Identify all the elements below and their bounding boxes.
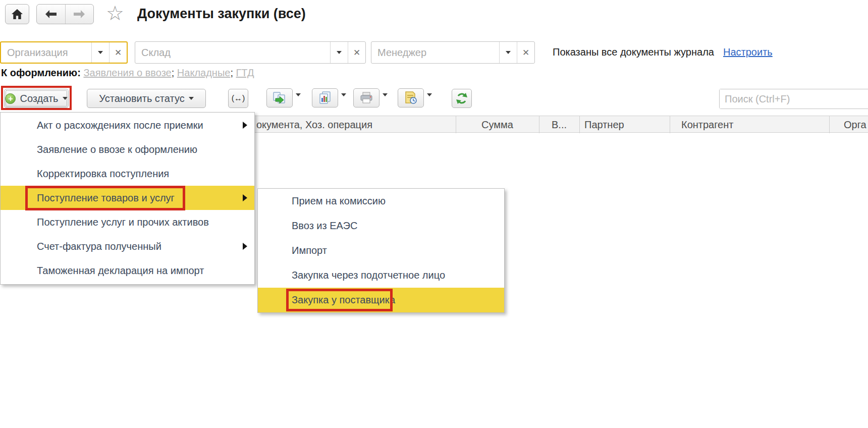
warehouse-filter-field: ✕ <box>135 41 366 64</box>
close-icon: ✕ <box>115 47 122 58</box>
menu-item-label: Импорт <box>292 245 327 256</box>
submenu-item-purchase-from-supplier[interactable]: Закупка у поставщика <box>258 288 504 312</box>
set-status-label: Установить статус <box>99 93 184 104</box>
search-input[interactable] <box>720 89 868 109</box>
submenu-item-eaeu-import[interactable]: Ввоз из ЕАЭС <box>258 213 504 238</box>
chevron-down-icon <box>98 51 103 54</box>
submenu-arrow-icon <box>243 194 247 201</box>
history-nav-group <box>36 4 94 24</box>
to-register-link-import-applications[interactable]: Заявления о ввозе <box>83 67 171 78</box>
home-button[interactable] <box>5 4 29 24</box>
report-chart-icon <box>318 91 332 104</box>
search-field <box>719 89 868 109</box>
create-based-on-dropdown[interactable] <box>296 96 301 105</box>
favorite-star-icon[interactable]: ☆ <box>106 2 124 24</box>
menu-item-label: Ввоз из ЕАЭС <box>292 220 357 232</box>
warehouse-dropdown-button[interactable] <box>331 42 348 63</box>
submenu-arrow-icon <box>243 122 247 129</box>
menu-item-discrepancy-act[interactable]: Акт о расхождениях после приемки <box>1 113 254 137</box>
refresh-icon <box>456 92 468 104</box>
menu-item-services-other-assets[interactable]: Поступление услуг и прочих активов <box>1 210 254 234</box>
deferred-dropdown[interactable] <box>427 96 432 105</box>
menu-item-goods-services-receipt[interactable]: Поступление товаров и услуг <box>1 186 254 210</box>
chevron-down-icon <box>296 93 301 105</box>
column-header-partner[interactable]: Партнер <box>584 116 670 133</box>
organization-filter-field: ✕ <box>0 41 128 64</box>
menu-item-label: Счет-фактура полученный <box>37 241 161 252</box>
to-register-link-gtd[interactable]: ГТД <box>236 67 254 78</box>
to-register-label: К оформлению: <box>1 67 81 78</box>
to-register-row: К оформлению: Заявления о ввозе; Накладн… <box>1 67 254 79</box>
organization-filter-input[interactable] <box>1 42 91 63</box>
resize-arrows-icon: (↔) <box>232 94 245 103</box>
manager-filter-field: ✕ <box>371 41 535 64</box>
create-button[interactable]: + Создать <box>4 89 69 108</box>
submenu-item-accountable-person[interactable]: Закупка через подотчетное лицо <box>258 263 504 288</box>
close-icon: ✕ <box>353 47 360 58</box>
menu-item-receipt-correction[interactable]: Корректировка поступления <box>1 162 254 186</box>
refresh-button[interactable] <box>452 89 472 108</box>
submenu-arrow-icon <box>243 243 247 250</box>
submenu-item-commission[interactable]: Прием на комиссию <box>258 189 504 213</box>
chevron-down-icon <box>427 93 432 105</box>
column-header-currency[interactable]: В... <box>539 116 579 133</box>
reports-dropdown[interactable] <box>341 96 346 105</box>
create-button-label: Создать <box>20 93 58 104</box>
warehouse-clear-button[interactable]: ✕ <box>348 42 365 63</box>
chevron-down-icon <box>341 93 346 105</box>
column-header-counterparty[interactable]: Контрагент <box>681 116 829 133</box>
menu-item-label: Поступление услуг и прочих активов <box>37 217 209 228</box>
menu-item-label: Корректировка поступления <box>37 168 169 180</box>
change-form-button[interactable]: (↔) <box>228 89 248 108</box>
manager-clear-button[interactable]: ✕ <box>517 42 534 63</box>
home-icon <box>12 9 23 19</box>
to-register-link-waybills[interactable]: Накладные <box>177 67 231 78</box>
chevron-down-icon <box>506 51 511 54</box>
chevron-down-icon <box>337 51 342 54</box>
arrow-right-icon <box>73 10 86 18</box>
column-divider[interactable] <box>579 116 580 133</box>
menu-item-label: Акт о расхождениях после приемки <box>37 120 203 131</box>
menu-item-invoice-received[interactable]: Счет-фактура полученный <box>1 234 254 258</box>
menu-item-import-application[interactable]: Заявление о ввозе к оформлению <box>1 137 254 162</box>
manager-filter-input[interactable] <box>371 42 499 63</box>
purchase-documents-journal-window: ☆ Документы закупки (все) ✕ ✕ ✕ Показаны… <box>0 0 868 428</box>
configure-link[interactable]: Настроить <box>723 46 773 58</box>
menu-item-label: Поступление товаров и услуг <box>37 192 175 204</box>
arrow-left-icon <box>44 10 58 18</box>
column-header-document[interactable]: окумента, Хоз. операция <box>256 116 453 133</box>
document-forward-icon <box>273 91 287 104</box>
set-status-button[interactable]: Установить статус <box>87 89 206 108</box>
column-divider[interactable] <box>829 116 830 133</box>
manager-dropdown-button[interactable] <box>500 42 517 63</box>
reports-button[interactable] <box>312 88 338 108</box>
forward-button[interactable] <box>65 5 94 24</box>
menu-item-label: Закупка у поставщика <box>292 294 395 306</box>
deferred-documents-button[interactable] <box>398 88 424 108</box>
print-button[interactable] <box>353 88 379 108</box>
close-icon: ✕ <box>522 47 529 58</box>
organization-dropdown-button[interactable] <box>92 42 109 63</box>
plus-icon: + <box>5 93 16 104</box>
column-divider[interactable] <box>670 116 670 133</box>
chevron-down-icon <box>63 97 68 100</box>
journal-status-text: Показаны все документы журнала <box>553 46 714 58</box>
page-title: Документы закупки (все) <box>137 6 306 22</box>
create-based-on-button[interactable] <box>266 88 293 108</box>
menu-item-customs-declaration[interactable]: Таможенная декларация на импорт <box>1 258 254 283</box>
separator: ; <box>172 67 175 78</box>
document-clock-icon <box>404 91 418 104</box>
organization-clear-button[interactable]: ✕ <box>110 42 127 63</box>
column-header-organization[interactable]: Орга <box>844 116 868 133</box>
back-button[interactable] <box>37 5 65 24</box>
menu-item-label: Закупка через подотчетное лицо <box>292 270 445 281</box>
print-dropdown[interactable] <box>383 96 388 105</box>
submenu-item-import[interactable]: Импорт <box>258 238 504 263</box>
chevron-down-icon <box>383 93 388 105</box>
warehouse-filter-input[interactable] <box>135 42 330 63</box>
column-header-sum[interactable]: Сумма <box>456 116 539 133</box>
chevron-down-icon <box>189 97 194 100</box>
printer-icon <box>359 92 373 104</box>
create-dropdown-menu: Акт о расхождениях после приемки Заявлен… <box>0 112 255 285</box>
menu-item-label: Заявление о ввозе к оформлению <box>37 144 197 155</box>
